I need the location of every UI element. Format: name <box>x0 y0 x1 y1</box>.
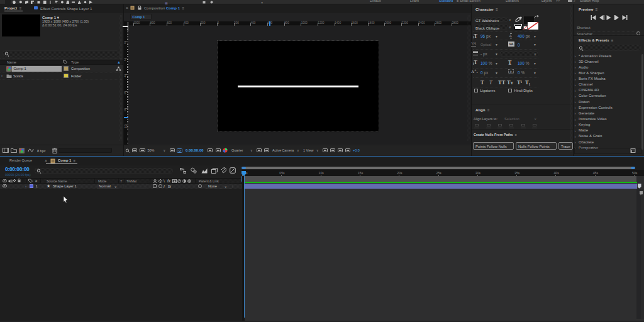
svg-text:A: A <box>509 34 513 38</box>
